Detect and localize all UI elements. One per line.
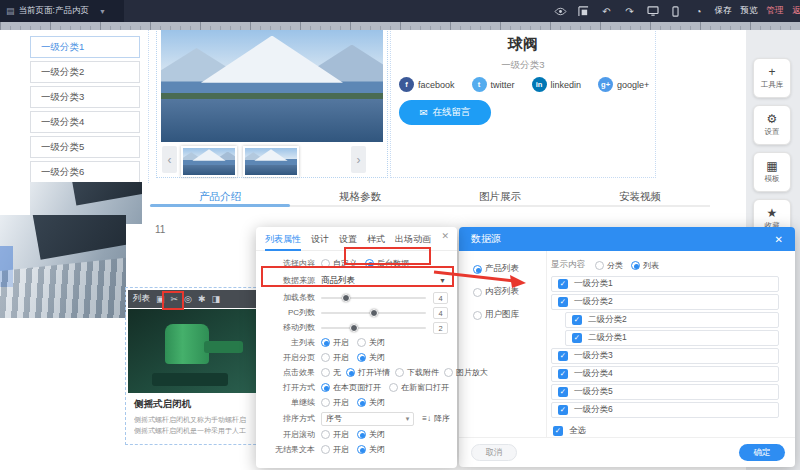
checkbox-checked-icon[interactable] (572, 315, 582, 325)
tab-specs[interactable]: 规格参数 (290, 187, 430, 205)
target-icon[interactable]: ◎ (184, 294, 192, 304)
radio-on[interactable]: 开启 (321, 337, 349, 348)
sidebar-item-category-5[interactable]: 一级分类5 (30, 136, 140, 158)
online-message-button[interactable]: ✉ 在线留言 (399, 100, 491, 125)
close-icon[interactable]: ✕ (441, 231, 449, 241)
template-button[interactable]: ▦模板 (753, 152, 791, 192)
slider-knob[interactable] (350, 324, 358, 332)
tab-entrance-animation[interactable]: 出场动画 (395, 227, 431, 251)
preview-button[interactable]: 预览 (736, 0, 762, 22)
gallery-thumbnail-2[interactable] (243, 146, 299, 177)
sort-field-select[interactable]: 序号 ▾ (321, 412, 414, 426)
radio-on[interactable]: 开启 (321, 352, 349, 363)
radio-off[interactable]: 关闭 (357, 444, 385, 455)
slider-knob[interactable] (370, 309, 378, 317)
sidebar-item-category-6[interactable]: 一级分类6 (30, 161, 140, 183)
subcategory-checkbox-row[interactable]: 二级分类1 (565, 330, 779, 346)
checkbox-checked-icon[interactable] (558, 387, 568, 397)
tab-settings[interactable]: 设置 (339, 227, 357, 251)
radio-none[interactable]: 无 (321, 367, 341, 378)
close-icon[interactable]: ✕ (775, 234, 783, 245)
radio-on[interactable]: 开启 (321, 429, 349, 440)
undo-icon[interactable]: ↶ (595, 0, 618, 22)
radio-image-zoom[interactable]: 图片放大 (444, 367, 488, 378)
history-icon[interactable]: ◔ (687, 0, 710, 22)
checkbox-checked-icon[interactable] (558, 351, 568, 361)
radio-content-list[interactable]: 内容列表 (473, 286, 546, 298)
back-button[interactable]: 返回 (788, 0, 800, 22)
radio-on[interactable]: 开启 (321, 444, 349, 455)
save-button[interactable]: 保存 (710, 0, 736, 22)
mobile-view-icon[interactable] (664, 0, 687, 22)
edit-icon[interactable]: ▣ (156, 294, 165, 304)
category-checkbox-row[interactable]: 一级分类5 (551, 384, 779, 400)
style-icon[interactable]: ✱ (198, 294, 206, 304)
checkbox-checked-icon[interactable] (558, 279, 568, 289)
category-checkbox-row[interactable]: 一级分类3 (551, 348, 779, 364)
tab-product-intro[interactable]: 产品介绍 (150, 187, 290, 205)
product-main-image[interactable] (161, 30, 383, 142)
pc-columns-slider[interactable] (321, 312, 426, 314)
radio-product-list[interactable]: 产品列表 (473, 263, 546, 275)
tab-image-display[interactable]: 图片展示 (430, 187, 570, 205)
redo-icon[interactable]: ↷ (618, 0, 641, 22)
page-selector-dropdown[interactable]: ▤ 当前页面:产品内页 ▼ (0, 0, 124, 22)
sidebar-item-category-4[interactable]: 一级分类4 (30, 111, 140, 133)
radio-open-detail[interactable]: 打开详情 (346, 367, 390, 378)
tab-list-properties[interactable]: 列表属性 (265, 227, 301, 251)
category-checkbox-row[interactable]: 一级分类1 (551, 276, 779, 292)
tab-install-video[interactable]: 安装视频 (570, 187, 710, 205)
cancel-button[interactable]: 取消 (471, 444, 517, 461)
tab-style[interactable]: 样式 (367, 227, 385, 251)
mobile-columns-slider[interactable] (321, 327, 426, 329)
cut-icon[interactable]: ✂ (171, 294, 179, 304)
googleplus-share-link[interactable]: g+ google+ (598, 77, 649, 92)
sidebar-item-category-1[interactable]: 一级分类1 (30, 36, 140, 58)
settings-button[interactable]: ⚙设置 (753, 105, 791, 145)
manage-button[interactable]: 管理 (762, 0, 788, 22)
checkbox-checked-icon[interactable] (553, 426, 563, 436)
category-checkbox-row[interactable]: 一级分类6 (551, 402, 779, 418)
radio-off[interactable]: 关闭 (357, 397, 385, 408)
dropdown-arrow-icon[interactable]: ▼ (439, 277, 446, 284)
tab-design[interactable]: 设计 (311, 227, 329, 251)
slider-knob[interactable] (342, 294, 350, 302)
radio-custom[interactable]: 自定义 (321, 258, 357, 269)
radio-off[interactable]: 关闭 (357, 429, 385, 440)
sidebar-item-category-2[interactable]: 一级分类2 (30, 61, 140, 83)
carousel-prev-button[interactable]: ‹ (162, 146, 177, 173)
product-item-card[interactable]: 侧摇式启闭机 侧摇式螺杆启闭机又称为手动螺杆启 侧摇式螺杆启闭机是一种采用于人工 (128, 393, 259, 443)
sidebar-item-category-3[interactable]: 一级分类3 (30, 86, 140, 108)
carousel-next-button[interactable]: › (351, 146, 366, 173)
checkbox-checked-icon[interactable] (558, 369, 568, 379)
desktop-view-icon[interactable] (641, 0, 664, 22)
radio-category[interactable]: 分类 (595, 260, 623, 271)
twitter-share-link[interactable]: t twitter (472, 77, 515, 92)
radio-same-page[interactable]: 在本页面打开 (321, 382, 381, 393)
checkbox-checked-icon[interactable] (558, 405, 568, 415)
radio-on[interactable]: 开启 (321, 397, 349, 408)
row-data-source[interactable]: 数据来源 商品列表 ▼ (259, 271, 450, 290)
confirm-button[interactable]: 确定 (739, 444, 785, 461)
radio-user-gallery[interactable]: 用户图库 (473, 309, 546, 321)
linkedin-share-link[interactable]: in linkedin (532, 77, 582, 92)
toolbox-button[interactable]: +工具库 (753, 58, 791, 98)
load-count-slider[interactable] (321, 297, 426, 299)
radio-off[interactable]: 关闭 (357, 337, 385, 348)
select-all-row[interactable]: 全选 (553, 425, 783, 437)
category-checkbox-row[interactable]: 一级分类4 (551, 366, 779, 382)
subcategory-checkbox-row[interactable]: 二级分类2 (565, 312, 779, 328)
eye-icon[interactable] (549, 0, 572, 22)
category-checkbox-row[interactable]: 一级分类2 (551, 294, 779, 310)
snap-guide-icon[interactable] (572, 0, 595, 22)
settings-icon[interactable]: ◨ (211, 294, 220, 304)
product-list-module[interactable]: 列表 ▣ ✂ ◎ ✱ ◨ 侧摇式启闭机 侧摇式螺杆启闭机又称为手动螺杆启 侧摇式… (125, 287, 261, 445)
radio-download[interactable]: 下载附件 (395, 367, 439, 378)
facebook-share-link[interactable]: f facebook (399, 77, 455, 92)
product-item-image[interactable] (128, 309, 259, 393)
radio-new-window[interactable]: 在新窗口打开 (389, 382, 449, 393)
radio-backend-data[interactable]: 后台数据 (365, 258, 409, 269)
checkbox-checked-icon[interactable] (558, 297, 568, 307)
radio-off[interactable]: 关闭 (357, 352, 385, 363)
gallery-thumbnail-1[interactable] (181, 146, 237, 177)
